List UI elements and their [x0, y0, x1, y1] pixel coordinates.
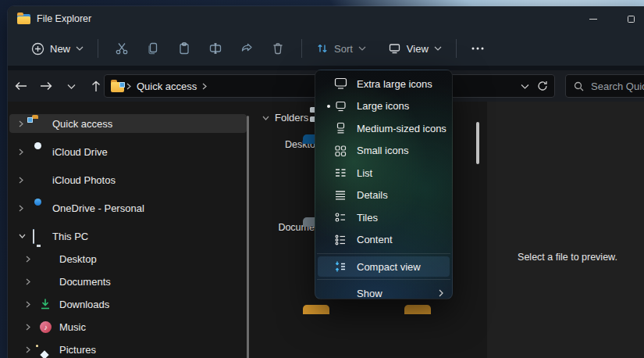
menu-item-small-icons[interactable]: Small icons [318, 140, 450, 163]
pictures-icon [39, 343, 52, 356]
sidebar-item-label: Documents [59, 276, 111, 288]
folder-tile[interactable] [272, 305, 334, 310]
sidebar-item-label: Pictures [59, 344, 96, 356]
chevron-right-icon[interactable] [26, 256, 39, 263]
new-button[interactable]: New [25, 36, 90, 61]
sidebar-item-label: This PC [52, 231, 88, 242]
chevron-down-icon [358, 46, 366, 51]
chevron-right-icon[interactable] [26, 301, 39, 308]
chevron-right-icon[interactable] [26, 278, 39, 285]
sidebar-item-label: Downloads [59, 299, 109, 310]
rename-button[interactable] [200, 36, 231, 61]
sidebar-scrollbar[interactable] [247, 116, 249, 358]
sidebar-item-pictures[interactable]: Pictures [9, 340, 247, 358]
search-input[interactable]: Search Quick access [565, 74, 644, 98]
quick-access-icon [32, 117, 45, 131]
sort-button[interactable]: Sort [310, 36, 372, 61]
menu-item-label: Show [357, 288, 382, 299]
chevron-right-icon[interactable] [19, 177, 32, 184]
chevron-right-icon[interactable] [19, 149, 32, 156]
maximize-button[interactable] [612, 6, 644, 31]
large-icons-icon [333, 100, 347, 113]
breadcrumb-chevron-icon [126, 83, 131, 90]
paste-button[interactable] [169, 36, 200, 61]
sidebar-item-icloud-drive[interactable]: iCloud Drive [9, 142, 247, 161]
menu-item-compact-view[interactable]: Compact view [318, 256, 450, 277]
sidebar-item-quick-access[interactable]: Quick access [9, 114, 247, 133]
cut-button[interactable] [106, 36, 137, 61]
content-scrollbar[interactable] [476, 122, 479, 164]
menu-item-label: Medium-sized icons [357, 123, 447, 134]
menu-item-label: Details [357, 189, 388, 201]
forward-button[interactable] [34, 74, 58, 98]
copy-button[interactable] [137, 36, 169, 61]
back-button[interactable] [9, 74, 33, 98]
share-button[interactable] [231, 36, 262, 61]
more-options-button[interactable] [464, 36, 491, 61]
address-dropdown-icon[interactable] [521, 84, 529, 89]
toolbar-divider [98, 39, 98, 58]
navigation-buttons [8, 74, 108, 98]
plus-circle-icon [31, 42, 44, 55]
chevron-right-icon[interactable] [19, 205, 32, 212]
sort-icon [316, 42, 329, 55]
menu-item-label: Compact view [357, 261, 421, 273]
sidebar-item-onedrive[interactable]: OneDrive - Personal [9, 199, 247, 217]
sidebar-item-downloads[interactable]: Downloads [9, 295, 247, 313]
music-icon: ♪ [39, 320, 52, 334]
tiles-icon [333, 211, 347, 224]
window-title: File Explorer [37, 13, 91, 24]
navigation-pane: Quick access iCloud Drive iCloud Photos … [8, 102, 258, 358]
chevron-right-icon[interactable] [26, 324, 39, 331]
refresh-icon[interactable] [537, 81, 548, 91]
menu-item-large-icons[interactable]: Large icons [318, 95, 450, 118]
chevron-right-icon[interactable] [26, 346, 39, 353]
menu-item-show[interactable]: Show [318, 282, 450, 305]
menu-item-list[interactable]: List [318, 162, 450, 184]
menu-separator [317, 279, 450, 280]
submenu-chevron-icon [439, 289, 443, 297]
recent-locations-button[interactable] [59, 74, 83, 98]
ellipsis-icon [471, 47, 484, 50]
view-button[interactable]: View [382, 36, 448, 61]
folder-tile[interactable] [373, 305, 436, 310]
file-explorer-app-icon [17, 14, 30, 24]
preview-pane: Select a file to preview. [487, 102, 644, 358]
menu-item-details[interactable]: Details [318, 184, 450, 207]
minimize-icon [589, 19, 597, 20]
breadcrumb-chevron-icon[interactable] [202, 83, 207, 90]
sidebar-item-documents[interactable]: Documents [9, 272, 247, 291]
command-toolbar: New [8, 31, 644, 66]
copy-icon [146, 41, 160, 55]
menu-item-tiles[interactable]: Tiles [318, 206, 450, 229]
this-pc-icon [32, 230, 45, 243]
sidebar-item-desktop[interactable]: Desktop [9, 249, 247, 268]
selected-bullet-icon [323, 105, 333, 108]
medium-sized-icons-icon [333, 122, 347, 134]
chevron-down-icon[interactable] [19, 234, 32, 238]
new-button-label: New [50, 43, 70, 55]
menu-item-label: Extra large icons [357, 78, 432, 90]
rename-icon [208, 41, 222, 55]
sidebar-item-this-pc[interactable]: This PC [9, 227, 247, 245]
delete-button[interactable] [262, 36, 294, 61]
cut-icon [115, 41, 129, 55]
paste-icon [177, 41, 191, 55]
menu-item-content[interactable]: Content [318, 229, 450, 252]
menu-item-label: Small icons [357, 145, 408, 156]
sidebar-item-music[interactable]: ♪ Music [9, 317, 247, 336]
chevron-down-icon [76, 46, 84, 51]
sidebar-item-label: Desktop [59, 253, 97, 265]
breadcrumb-quick-access[interactable]: Quick access [137, 81, 197, 92]
icloud-photos-icon [32, 174, 45, 187]
menu-item-extra-large-icons[interactable]: Extra large icons [318, 73, 450, 95]
sidebar-item-icloud-photos[interactable]: iCloud Photos [9, 170, 247, 189]
menu-item-label: List [357, 167, 372, 179]
folders-section-header[interactable]: Folders [262, 112, 308, 124]
toolbar-divider [456, 39, 457, 58]
minimize-button[interactable] [575, 6, 612, 31]
search-placeholder: Search Quick access [591, 81, 644, 92]
menu-item-medium-sized-icons[interactable]: Medium-sized icons [318, 117, 450, 140]
sidebar-item-label: Music [59, 321, 86, 333]
search-icon [574, 81, 584, 91]
